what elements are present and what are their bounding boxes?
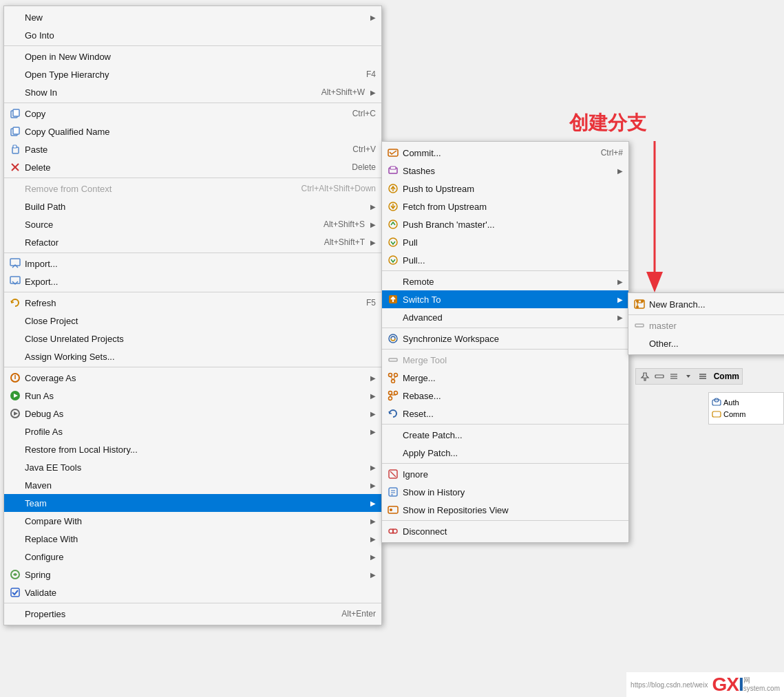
menu-item-stashes[interactable]: Stashes ▶ [382,162,628,180]
advanced-arrow: ▶ [617,314,623,321]
menu-item-replace-with[interactable]: Replace With ▶ [4,530,381,548]
menu-item-spring-label: Spring [25,570,365,580]
menu-item-go-into-label: Go Into [25,30,376,41]
menu-item-copy-label: Copy [25,109,339,119]
menu-item-compare-with[interactable]: Compare With ▶ [4,512,381,530]
menu-item-properties[interactable]: Properties Alt+Enter [4,605,381,623]
menu-item-close-unrelated[interactable]: Close Unrelated Projects [4,330,381,347]
menu-item-new[interactable]: New ▶ [4,8,381,26]
menu-item-team[interactable]: Team ▶ [4,494,381,512]
menu-item-profile-as[interactable]: Profile As ▶ [4,422,381,440]
replace-with-arrow: ▶ [370,535,376,543]
sep7 [4,603,381,603]
menu-item-restore-local[interactable]: Restore from Local History... [4,440,381,458]
menu-item-new-branch[interactable]: New Branch... [628,295,784,313]
menu-item-push-branch[interactable]: Push Branch 'master'... [382,215,628,233]
menu-item-create-patch-label: Create Patch... [403,430,623,440]
menu-item-close-project[interactable]: Close Project [4,312,381,330]
menu-item-apply-patch[interactable]: Apply Patch... [382,444,628,462]
menu-item-reset[interactable]: Reset... [382,405,628,422]
svg-point-35 [394,374,398,377]
toolbar-pin-icon[interactable] [639,370,651,383]
menu-item-java-ee-tools[interactable]: Java EE Tools ▶ [4,458,381,476]
menu-item-rebase[interactable]: Rebase... [382,387,628,405]
menu-item-merge[interactable]: Merge... [382,369,628,387]
menu-item-push-upstream[interactable]: Push to Upstream [382,180,628,197]
remove-context-icon [8,182,22,195]
menu-item-sync-workspace[interactable]: Synchronize Workspace [382,330,628,347]
menu-item-export[interactable]: Export... [4,272,381,290]
menu-item-switch-to[interactable]: Switch To ▶ [382,290,628,308]
svg-point-52 [389,529,393,533]
menu-item-import[interactable]: Import... [4,255,381,272]
switch-to-submenu: New Branch... master Other... [628,292,784,355]
menu-item-pull-dots[interactable]: Pull... [382,251,628,269]
debug-icon [8,407,22,420]
menu-item-close-project-label: Close Project [25,316,376,326]
menu-item-configure[interactable]: Configure ▶ [4,548,381,566]
menu-item-coverage-as[interactable]: Coverage As ▶ [4,369,381,387]
toolbar-collapse-icon[interactable] [653,370,666,383]
sep-s1 [628,314,784,315]
menu-item-disconnect[interactable]: Disconnect [382,522,628,540]
menu-item-copy[interactable]: Copy Ctrl+C [4,105,381,122]
menu-item-refresh[interactable]: Refresh F5 [4,294,381,312]
menu-item-show-in[interactable]: Show In Alt+Shift+W ▶ [4,83,381,101]
debug-arrow: ▶ [370,410,376,418]
menu-item-other[interactable]: Other... [628,334,784,352]
svg-point-57 [636,300,639,303]
menu-item-remote[interactable]: Remote ▶ [382,272,628,290]
java-ee-arrow: ▶ [370,464,376,471]
menu-item-commit[interactable]: Commit... Ctrl+# [382,144,628,162]
menu-item-properties-label: Properties [25,609,328,619]
menu-item-source[interactable]: Source Alt+Shift+S ▶ [4,215,381,233]
menu-item-delete[interactable]: Delete Delete [4,158,381,176]
menu-item-run-as[interactable]: Run As ▶ [4,387,381,405]
menu-item-master[interactable]: master [628,317,784,334]
menu-item-pull[interactable]: Pull [382,233,628,251]
menu-item-maven[interactable]: Maven ▶ [4,476,381,494]
spring-icon [8,568,22,581]
menu-item-show-repositories[interactable]: Show in Repositories View [382,501,628,519]
menu-item-apply-patch-label: Apply Patch... [403,448,623,458]
menu-item-paste-label: Paste [25,144,339,155]
sep-t4 [382,424,628,425]
menu-item-show-history[interactable]: Show in History [382,483,628,501]
menu-item-advanced[interactable]: Advanced ▶ [382,308,628,326]
menu-item-validate[interactable]: Validate [4,583,381,601]
sep5 [4,292,381,292]
menu-item-remove-context[interactable]: Remove from Context Ctrl+Alt+Shift+Down [4,180,381,197]
menu-item-merge-tool[interactable]: Merge Tool [382,351,628,369]
menu-item-build-path[interactable]: Build Path ▶ [4,197,381,215]
toolbar-menu-icon[interactable] [697,370,709,383]
menu-item-copy-qualified[interactable]: Copy Qualified Name [4,122,381,140]
menu-item-reset-label: Reset... [403,409,623,419]
menu-item-refactor[interactable]: Refactor Alt+Shift+T ▶ [4,233,381,251]
menu-item-go-into[interactable]: Go Into [4,26,381,44]
new-icon [8,10,22,24]
import-icon [8,257,22,270]
menu-item-open-new-window[interactable]: Open in New Window [4,47,381,65]
svg-marker-1 [646,272,663,292]
watermark-system: 网 system.com [743,676,780,693]
delete-icon [8,160,22,174]
svg-rect-70 [712,400,721,405]
menu-item-paste[interactable]: Paste Ctrl+V [4,140,381,158]
menu-item-create-patch[interactable]: Create Patch... [382,426,628,444]
open-window-icon [8,50,22,63]
menu-item-spring[interactable]: Spring ▶ [4,566,381,583]
menu-item-debug-as[interactable]: Debug As ▶ [4,405,381,422]
close-project-icon [8,314,22,328]
menu-item-open-type-hierarchy[interactable]: Open Type Hierarchy F4 [4,65,381,83]
svg-marker-17 [14,411,18,416]
menu-item-close-unrelated-label: Close Unrelated Projects [25,334,376,344]
menu-item-assign-working[interactable]: Assign Working Sets... [4,347,381,365]
menu-item-ignore[interactable]: Ignore [382,465,628,483]
watermark-url: https://blog.csdn.net/weix [631,681,708,689]
toolbar-list-icon[interactable] [668,370,680,383]
menu-item-source-label: Source [25,219,310,230]
menu-item-fetch-upstream[interactable]: Fetch from Upstream [382,197,628,215]
toolbar-dropdown-icon[interactable] [682,370,695,383]
menu-item-profile-as-label: Profile As [25,427,365,437]
svg-point-53 [393,529,397,533]
